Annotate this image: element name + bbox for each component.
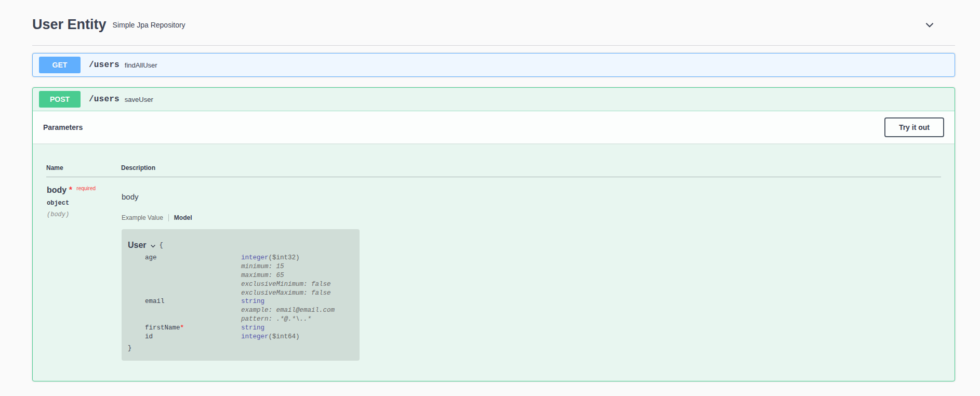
parameters-header: Parameters Try it out: [33, 111, 955, 143]
property-name: id: [128, 333, 241, 341]
chevron-down-icon[interactable]: [924, 19, 935, 31]
endpoint-path: /users: [86, 60, 125, 70]
model-tabs: Example Value Model: [122, 214, 941, 221]
required-label: required: [76, 186, 96, 191]
endpoint-summary: saveUser: [125, 96, 153, 103]
property-type: integer: [241, 254, 269, 261]
property-name: age: [128, 254, 241, 297]
page-title: User Entity: [32, 17, 107, 33]
opblock-summary-get[interactable]: GET /users findAllUser: [33, 54, 955, 76]
param-type: object: [47, 200, 121, 207]
property-constraint: minimum: 15: [241, 262, 352, 271]
method-badge-get: GET: [39, 57, 81, 73]
opblock-post-users: POST /users saveUser Parameters Try it o…: [32, 87, 955, 381]
param-name-cell: body * required object (body): [46, 177, 121, 361]
param-location: (body): [47, 211, 121, 218]
property-name: email: [128, 297, 241, 324]
parameters-table: Name Description body * required object: [46, 153, 941, 361]
model-properties: age integer($int32) minimum: 15 maximum:…: [128, 254, 352, 352]
property-format: ($int32): [269, 254, 300, 261]
property-type: string: [241, 298, 264, 305]
property-format: ($int64): [269, 333, 300, 340]
model-property-email: email string example: email@email.com pa…: [128, 297, 352, 324]
try-it-out-button[interactable]: Try it out: [884, 117, 944, 137]
property-constraint: maximum: 65: [241, 271, 352, 280]
property-detail: integer($int64): [241, 333, 352, 341]
parameters-body: Name Description body * required object: [33, 143, 955, 381]
property-name-text: firstName: [145, 324, 180, 332]
param-description-cell: body Example Value Model User: [121, 177, 941, 361]
model-property-age: age integer($int32) minimum: 15 maximum:…: [128, 254, 352, 297]
param-name: body: [47, 186, 67, 194]
column-header-name: Name: [46, 153, 121, 177]
property-type: string: [241, 324, 264, 332]
property-constraint: exclusiveMaximum: false: [241, 289, 352, 298]
property-detail: string example: email@email.com pattern:…: [241, 297, 352, 324]
required-star: *: [180, 324, 184, 332]
tab-separator: [168, 214, 169, 221]
opblock-summary-post[interactable]: POST /users saveUser: [33, 88, 955, 111]
tab-model[interactable]: Model: [174, 214, 192, 221]
param-description: body: [122, 192, 941, 201]
endpoint-summary: findAllUser: [125, 61, 157, 69]
open-brace: {: [160, 242, 163, 249]
swagger-page: User Entity Simple Jpa Repository GET /u…: [0, 0, 980, 385]
property-constraint: pattern: .*@.*\..*: [241, 315, 352, 324]
property-type: integer: [241, 333, 269, 340]
property-detail: string: [241, 324, 352, 333]
opblock-get-users: GET /users findAllUser: [32, 53, 955, 77]
tab-example-value[interactable]: Example Value: [122, 214, 163, 221]
parameters-title: Parameters: [43, 123, 83, 131]
tag-subtitle: Simple Jpa Repository: [113, 21, 186, 29]
property-detail: integer($int32) minimum: 15 maximum: 65 …: [241, 254, 352, 297]
model-toggle-icon[interactable]: [150, 243, 156, 249]
property-constraint: example: email@email.com: [241, 306, 352, 315]
required-star: *: [69, 186, 72, 194]
model-property-firstname: firstName* string: [128, 324, 352, 333]
model-title-row[interactable]: User {: [128, 241, 352, 250]
tag-header: User Entity Simple Jpa Repository: [32, 0, 955, 46]
model-title: User: [128, 241, 147, 250]
endpoint-path: /users: [86, 95, 125, 104]
table-row: body * required object (body) body Examp…: [46, 177, 941, 361]
column-header-description: Description: [121, 153, 941, 177]
property-name: firstName*: [128, 324, 241, 333]
method-badge-post: POST: [39, 91, 81, 108]
property-constraint: exclusiveMinimum: false: [241, 280, 352, 289]
close-brace: }: [128, 344, 352, 352]
model-property-id: id integer($int64): [128, 333, 352, 341]
model-box: User { age: [122, 229, 360, 361]
